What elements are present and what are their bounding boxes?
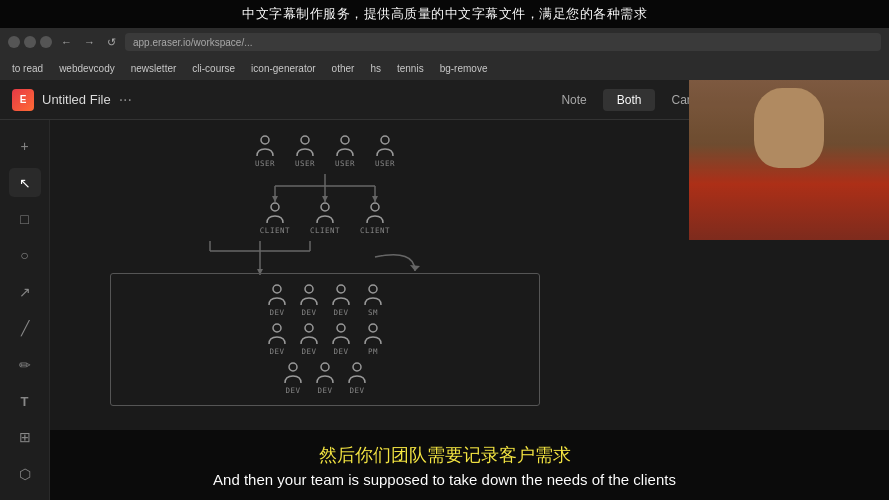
svg-point-26	[273, 324, 281, 332]
address-text: app.eraser.io/workspace/...	[133, 37, 253, 48]
webcam-overlay	[689, 80, 889, 240]
browser-min	[24, 36, 36, 48]
dev-node-6: DEV	[332, 323, 350, 356]
client-node-3: CLIENT	[360, 202, 390, 235]
bottom-subtitles: 然后你们团队需要记录客户需求 And then your team is sup…	[0, 430, 889, 500]
svg-point-27	[305, 324, 313, 332]
svg-marker-21	[410, 265, 420, 271]
user-node-2: USER	[295, 135, 315, 168]
tab-note[interactable]: Note	[547, 89, 600, 111]
svg-point-14	[371, 203, 379, 211]
browser-close	[8, 36, 20, 48]
dev-node-3: DEV	[332, 284, 350, 317]
client-node-2: CLIENT	[310, 202, 340, 235]
dev-node-7: DEV	[284, 362, 302, 395]
chinese-subtitle: 然后你们团队需要记录客户需求	[319, 443, 571, 467]
svg-point-25	[369, 285, 377, 293]
client-box-connector	[110, 241, 540, 277]
user-row: USER USER USER USER	[110, 135, 540, 168]
pencil-icon[interactable]: ✏	[9, 350, 41, 378]
sm-node: SM	[364, 284, 382, 317]
dev-node-1: DEV	[268, 284, 286, 317]
english-subtitle: And then your team is supposed to take d…	[213, 471, 676, 488]
subtitle-text: 中文字幕制作服务，提供高质量的中文字幕文件，满足您的各种需求	[242, 5, 647, 23]
svg-point-29	[369, 324, 377, 332]
browser-controls	[8, 36, 52, 48]
svg-point-2	[341, 136, 349, 144]
cursor-icon[interactable]: ↖	[9, 168, 41, 196]
shape-icon[interactable]: ⬡	[9, 460, 41, 488]
frame-icon[interactable]: ⊞	[9, 423, 41, 451]
file-menu-button[interactable]: ···	[119, 91, 132, 109]
app-logo: E	[12, 89, 34, 111]
address-bar[interactable]: app.eraser.io/workspace/...	[125, 33, 881, 51]
presenter-face	[689, 80, 889, 240]
arrow-icon[interactable]: ↗	[9, 278, 41, 306]
dev-row-2: DEV DEV DEV PM	[125, 323, 525, 356]
dev-team-box: DEV DEV DEV SM DEV	[110, 273, 540, 406]
back-button[interactable]: ←	[58, 36, 75, 48]
bookmark-bg-remove[interactable]: bg-remove	[436, 61, 492, 76]
bookmark-tennis[interactable]: tennis	[393, 61, 428, 76]
text-icon[interactable]: T	[9, 387, 41, 415]
bookmark-newsletter[interactable]: newsletter	[127, 61, 181, 76]
bookmark-other[interactable]: other	[328, 61, 359, 76]
dev-node-5: DEV	[300, 323, 318, 356]
svg-point-30	[289, 363, 297, 371]
svg-point-32	[353, 363, 361, 371]
browser-max	[40, 36, 52, 48]
svg-point-28	[337, 324, 345, 332]
user-node-4: USER	[375, 135, 395, 168]
dev-node-9: DEV	[348, 362, 366, 395]
user-client-connector	[110, 174, 540, 204]
file-title: Untitled File	[42, 92, 111, 107]
forward-button[interactable]: →	[81, 36, 98, 48]
diagram: USER USER USER USER	[110, 135, 540, 406]
bookmark-to-read[interactable]: to read	[8, 61, 47, 76]
svg-point-23	[305, 285, 313, 293]
svg-point-31	[321, 363, 329, 371]
svg-point-22	[273, 285, 281, 293]
bookmark-cli-course[interactable]: cli-course	[188, 61, 239, 76]
refresh-button[interactable]: ↺	[104, 36, 119, 49]
svg-point-13	[321, 203, 329, 211]
webcam-feed	[689, 80, 889, 240]
svg-point-12	[271, 203, 279, 211]
left-sidebar: + ↖ □ ○ ↗ ╱ ✏ T ⊞ ⬡	[0, 120, 50, 500]
plus-icon[interactable]: +	[9, 132, 41, 160]
dev-row-3: DEV DEV DEV	[125, 362, 525, 395]
dev-node-4: DEV	[268, 323, 286, 356]
subtitle-banner: 中文字幕制作服务，提供高质量的中文字幕文件，满足您的各种需求	[0, 0, 889, 28]
circle-icon[interactable]: ○	[9, 241, 41, 269]
rectangle-icon[interactable]: □	[9, 205, 41, 233]
bookmark-hs[interactable]: hs	[366, 61, 385, 76]
dev-row-1: DEV DEV DEV SM	[125, 284, 525, 317]
user-node-3: USER	[335, 135, 355, 168]
dev-node-2: DEV	[300, 284, 318, 317]
client-row: CLIENT CLIENT CLIENT	[110, 202, 540, 235]
bookmark-webdevcody[interactable]: webdevcody	[55, 61, 119, 76]
client-node-1: CLIENT	[260, 202, 290, 235]
svg-point-0	[261, 136, 269, 144]
bookmarks-bar: to read webdevcody newsletter cli-course…	[0, 56, 889, 80]
svg-point-3	[381, 136, 389, 144]
svg-point-1	[301, 136, 309, 144]
user-node-1: USER	[255, 135, 275, 168]
browser-bar: ← → ↺ app.eraser.io/workspace/...	[0, 28, 889, 56]
tab-both[interactable]: Both	[603, 89, 656, 111]
bookmark-icon-generator[interactable]: icon-generator	[247, 61, 319, 76]
pm-node: PM	[364, 323, 382, 356]
line-icon[interactable]: ╱	[9, 314, 41, 342]
svg-point-24	[337, 285, 345, 293]
dev-node-8: DEV	[316, 362, 334, 395]
